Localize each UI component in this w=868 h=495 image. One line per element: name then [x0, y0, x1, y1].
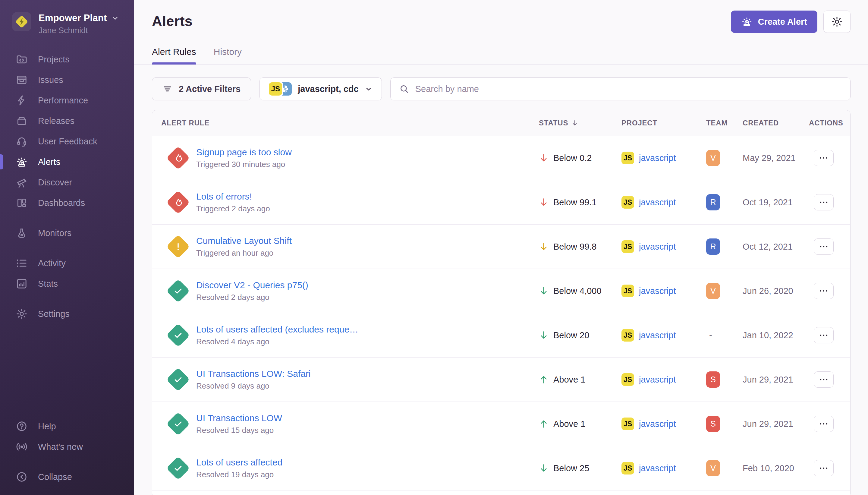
alert-rules-table: Alert Rule Status Project Team Created A…: [152, 110, 851, 495]
project-cell: JSjavascript: [622, 373, 706, 386]
actions-cell: [809, 460, 850, 476]
project-cell: JSjavascript: [622, 285, 706, 297]
row-actions-button[interactable]: [814, 327, 834, 343]
alert-rule-link[interactable]: UI Transactions LOW: [196, 413, 282, 423]
nav-group: HelpWhat's new: [0, 416, 134, 457]
filter-icon: [162, 84, 172, 94]
row-actions-button[interactable]: [814, 416, 834, 432]
project-link[interactable]: javascript: [639, 330, 676, 340]
row-actions-button[interactable]: [814, 150, 834, 166]
table-row: Signup page is too slowTriggered 30 minu…: [152, 136, 850, 180]
alert-rule-cell: Signup page is too slowTriggered 30 minu…: [152, 146, 539, 170]
main-content: Alerts Create Alert Alert Rules History …: [134, 0, 868, 495]
team-avatar: R: [706, 238, 720, 255]
actions-cell: [809, 416, 850, 432]
project-link[interactable]: javascript: [639, 463, 676, 473]
status-value: Below 99.1: [553, 198, 597, 207]
org-switcher[interactable]: Empower Plant Jane Schmidt: [0, 0, 134, 35]
team-cell: R: [706, 238, 743, 255]
column-header-alert-rule[interactable]: Alert Rule: [152, 119, 539, 127]
alert-rule-link[interactable]: Discover V2 - Queries p75(): [196, 280, 308, 290]
project-link[interactable]: javascript: [639, 286, 676, 296]
row-actions-button[interactable]: [814, 460, 834, 476]
sidebar-item-what-s-new[interactable]: What's new: [0, 437, 134, 457]
active-filters-label: 2 Active Filters: [179, 84, 241, 94]
column-header-status[interactable]: Status: [539, 119, 622, 127]
team-cell: S: [706, 371, 743, 388]
sidebar-item-releases[interactable]: Releases: [0, 110, 134, 131]
alert-rule-cell: UI Transactions LOW: SafariResolved 9 da…: [152, 368, 539, 392]
status-cell: Below 4,000: [539, 286, 622, 296]
table-row: Lots of users affected (excludes reque…R…: [152, 313, 850, 358]
siren-icon: [741, 16, 752, 28]
column-header-created[interactable]: Created: [743, 119, 809, 127]
status-value: Below 20: [553, 330, 589, 340]
row-actions-button[interactable]: [814, 238, 834, 255]
status-value: Below 25: [553, 463, 589, 473]
status-cell: Above 1: [539, 375, 622, 385]
alert-rule-status-text: Triggered an hour ago: [196, 249, 292, 258]
sidebar-item-activity[interactable]: Activity: [0, 253, 134, 273]
javascript-platform-icon: JS: [622, 152, 634, 164]
created-cell: May 29, 2021: [743, 153, 809, 163]
sidebar-item-label: Performance: [38, 96, 88, 105]
sidebar-item-issues[interactable]: Issues: [0, 70, 134, 90]
archive-icon: [16, 115, 28, 127]
sidebar-item-user-feedback[interactable]: User Feedback: [0, 131, 134, 152]
arrow-down-icon: [539, 153, 549, 163]
created-cell: Jun 29, 2021: [743, 375, 809, 385]
status-cell: Above 1: [539, 419, 622, 429]
sidebar-item-monitors[interactable]: Monitors: [0, 223, 134, 243]
sidebar-item-label: What's new: [38, 442, 83, 452]
column-header-team[interactable]: Team: [706, 119, 743, 127]
resolved-diamond-icon: [166, 456, 190, 480]
team-empty: -: [706, 330, 712, 340]
tab-alert-rules[interactable]: Alert Rules: [152, 47, 196, 65]
alert-rule-link[interactable]: Lots of errors!: [196, 191, 270, 202]
row-actions-button[interactable]: [814, 371, 834, 388]
created-cell: Feb 10, 2020: [743, 463, 809, 473]
actions-cell: [809, 283, 850, 299]
empower-plant-logo-icon: [14, 14, 30, 30]
alert-rule-link[interactable]: Lots of users affected (excludes reque…: [196, 324, 358, 335]
sidebar-item-discover[interactable]: Discover: [0, 172, 134, 193]
user-name: Jane Schmidt: [39, 26, 119, 35]
project-link[interactable]: javascript: [639, 419, 676, 429]
project-link[interactable]: javascript: [639, 198, 676, 207]
team-cell: V: [706, 283, 743, 299]
create-alert-button[interactable]: Create Alert: [731, 11, 817, 33]
project-link[interactable]: javascript: [639, 375, 676, 385]
sidebar-item-collapse[interactable]: Collapse: [0, 467, 134, 487]
sidebar-item-performance[interactable]: Performance: [0, 90, 134, 110]
gear-icon: [16, 308, 28, 320]
column-header-project[interactable]: Project: [622, 119, 706, 127]
table-body: Signup page is too slowTriggered 30 minu…: [152, 136, 850, 491]
sidebar-footer: HelpWhat's newCollapse: [0, 416, 134, 487]
sidebar-item-alerts[interactable]: Alerts: [0, 152, 134, 172]
critical-diamond-icon: [166, 146, 190, 170]
created-cell: Jan 10, 2022: [743, 330, 809, 340]
row-actions-button[interactable]: [814, 283, 834, 299]
project-cell: JSjavascript: [622, 196, 706, 209]
search-input[interactable]: [415, 84, 842, 94]
critical-diamond-icon: [166, 190, 190, 214]
sidebar-item-projects[interactable]: Projects: [0, 49, 134, 70]
sidebar-item-dashboards[interactable]: Dashboards: [0, 193, 134, 213]
project-link[interactable]: javascript: [639, 153, 676, 163]
alert-rule-link[interactable]: Signup page is too slow: [196, 147, 292, 157]
tab-history[interactable]: History: [214, 47, 242, 65]
sidebar-item-help[interactable]: Help: [0, 416, 134, 437]
sidebar-item-settings[interactable]: Settings: [0, 304, 134, 324]
sidebar-item-stats[interactable]: Stats: [0, 273, 134, 294]
settings-button[interactable]: [823, 11, 851, 33]
resolved-diamond-icon: [166, 323, 190, 347]
project-link[interactable]: javascript: [639, 242, 676, 252]
alert-rule-link[interactable]: Cumulative Layout Shift: [196, 236, 292, 246]
row-actions-button[interactable]: [814, 194, 834, 210]
alert-rule-link[interactable]: Lots of users affected: [196, 457, 282, 467]
alert-rule-link[interactable]: UI Transactions LOW: Safari: [196, 369, 311, 379]
active-filters-button[interactable]: 2 Active Filters: [152, 78, 251, 100]
project-filter-dropdown[interactable]: JS javascript, cdc: [260, 78, 382, 100]
team-cell: R: [706, 194, 743, 210]
search-box: [390, 78, 851, 100]
